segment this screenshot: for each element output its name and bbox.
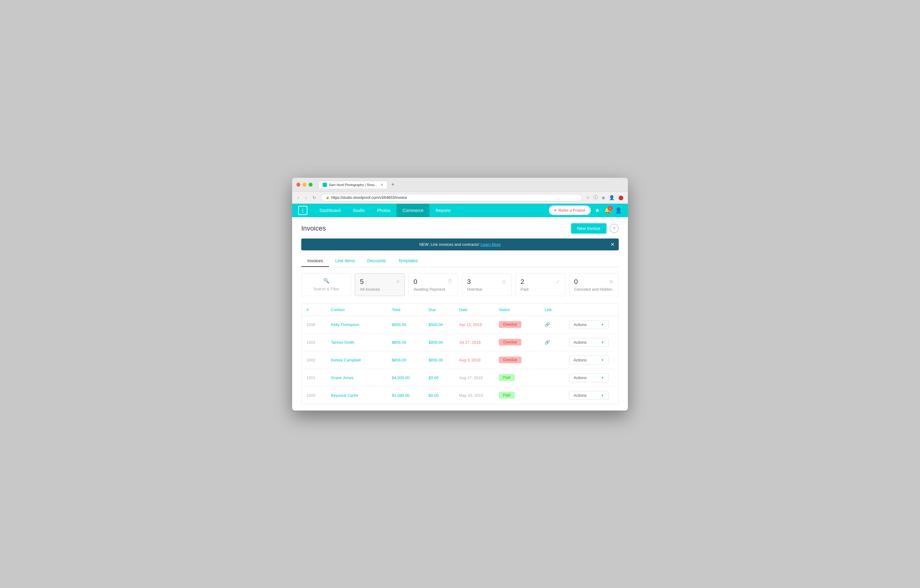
contact-name[interactable]: Grace Jones <box>331 375 392 380</box>
actions-cell: Actions ▼ <box>569 373 615 382</box>
chevron-down-icon: ▼ <box>601 394 604 397</box>
contact-name[interactable]: Kelly Thompson <box>331 322 392 327</box>
status-badge: Overdue <box>499 321 522 328</box>
url-text: https://studio.shootproof.com/v3/64653/i… <box>331 195 407 200</box>
new-tab-button[interactable]: + <box>390 181 396 188</box>
invoice-num: 1003 <box>306 340 331 345</box>
paid-count: 2 <box>520 278 524 286</box>
nav-item-dashboard[interactable]: Dashboard <box>314 204 347 217</box>
col-header-link: Link <box>544 307 569 312</box>
due-date: Aug 3, 2018 <box>459 358 499 362</box>
overdue-label: Overdue <box>467 287 506 292</box>
help-button[interactable]: ? <box>609 224 619 233</box>
refer-button[interactable]: ♥ Refer a Friend <box>549 205 591 215</box>
table-row: 1000 Beyoncé Carter $1,080.00 $0.00 May … <box>301 387 619 404</box>
actions-button[interactable]: Actions ▼ <box>569 338 609 347</box>
contact-name[interactable]: Tanner Smith <box>331 340 392 345</box>
nav-item-commerce[interactable]: Commerce <box>397 204 429 217</box>
invoice-num: 1006 <box>306 322 331 327</box>
notification-icon[interactable]: 🔔 1 <box>604 207 611 214</box>
user-icon[interactable]: 👤 <box>615 207 622 214</box>
page-content: Invoices New Invoice ? NEW: Link invoice… <box>292 217 628 410</box>
extensions-icon[interactable]: ◈ <box>602 195 605 200</box>
maximize-button[interactable] <box>309 183 313 187</box>
table-header: # Contact Total Due Date Status Link <box>301 304 619 316</box>
url-bar[interactable]: 🔒 https://studio.shootproof.com/v3/64653… <box>321 194 582 201</box>
actions-cell: Actions ▼ <box>569 320 615 329</box>
total-amount: $856.00 <box>392 358 429 362</box>
tab-close-icon[interactable]: ✕ <box>380 183 383 187</box>
nav-item-reports[interactable]: Reports <box>429 204 457 217</box>
chevron-down-icon: ▼ <box>601 376 604 380</box>
tab-line-items[interactable]: Line Items <box>329 255 361 267</box>
search-icon: 🔍 <box>323 278 329 284</box>
banner-text: NEW: Link invoices and contracts! <box>419 242 479 247</box>
link-icon[interactable]: 🔗 <box>544 340 550 345</box>
status-cell: Overdue <box>499 339 544 346</box>
tab-templates[interactable]: Templates <box>392 255 424 267</box>
canceled-card-top: 0 ✕ <box>574 278 614 286</box>
due-amount: $500.00 <box>429 322 459 327</box>
actions-button[interactable]: Actions ▼ <box>569 391 609 400</box>
new-invoice-button[interactable]: New Invoice <box>571 223 606 234</box>
bookmark-icon[interactable]: ☆ <box>586 195 590 200</box>
star-icon[interactable]: ★ <box>595 207 600 214</box>
due-amount: $856.00 <box>429 340 459 345</box>
banner-link[interactable]: Learn More <box>481 242 500 247</box>
col-header-contact: Contact <box>331 307 392 312</box>
minimize-button[interactable] <box>303 183 306 187</box>
chevron-down-icon: ▼ <box>601 359 604 362</box>
actions-button[interactable]: Actions ▼ <box>569 355 609 365</box>
canceled-count: 0 <box>574 278 578 286</box>
status-badge: Overdue <box>499 339 522 346</box>
close-red-icon[interactable]: ⬤ <box>619 195 624 200</box>
all-invoices-card-top: 5 ≡ <box>360 278 399 286</box>
page-title: Invoices <box>301 225 326 233</box>
invoice-num: 1002 <box>306 358 331 362</box>
canceled-card[interactable]: 0 ✕ Canceled and Hidden <box>569 273 619 296</box>
link-icon[interactable]: 🔗 <box>544 322 550 327</box>
actions-button[interactable]: Actions ▼ <box>569 373 609 382</box>
search-filter-card[interactable]: 🔍 Search & Filter <box>301 273 351 296</box>
due-date: Apr 13, 2019 <box>459 322 499 327</box>
reload-button[interactable]: ↻ <box>311 195 317 201</box>
contact-name[interactable]: Kelsey Campbell <box>331 358 392 362</box>
tab-bar: Sam Hurd Photography | Shoo... ✕ + <box>319 181 624 189</box>
profile-icon[interactable]: 👤 <box>609 195 615 200</box>
table-row: 1006 Kelly Thompson $500.00 $500.00 Apr … <box>301 316 619 334</box>
status-cell: Paid <box>499 374 544 381</box>
table-row: 1003 Tanner Smith $856.00 $856.00 Jul 27… <box>301 334 619 351</box>
tab-favicon <box>322 183 327 187</box>
col-header-num: # <box>306 307 331 312</box>
link-cell: 🔗 <box>544 322 569 327</box>
nav-item-studio[interactable]: Studio <box>347 204 371 217</box>
due-date: Jul 27, 2018 <box>459 340 499 345</box>
total-amount: $1,080.00 <box>392 393 429 398</box>
overdue-icon: ⚠ <box>502 278 506 285</box>
tab-discounts[interactable]: Discounts <box>361 255 392 267</box>
tab-invoices[interactable]: Invoices <box>301 255 329 267</box>
awaiting-payment-card[interactable]: 0 ⏱ Awaiting Payment <box>408 273 458 296</box>
forward-button[interactable]: › <box>304 195 308 201</box>
paid-card-top: 2 ✓ <box>520 278 560 286</box>
awaiting-label: Awaiting Payment <box>414 287 453 292</box>
close-button[interactable] <box>296 183 300 187</box>
nav-right: ♥ Refer a Friend ★ 🔔 1 👤 <box>549 205 622 215</box>
link-cell: 🔗 <box>544 340 569 345</box>
active-tab[interactable]: Sam Hurd Photography | Shoo... ✕ <box>319 181 387 189</box>
nav-item-photos[interactable]: Photos <box>371 204 397 217</box>
col-header-total: Total <box>392 307 429 312</box>
paid-card[interactable]: 2 ✓ Paid <box>515 273 565 296</box>
info-icon[interactable]: ⓘ <box>593 195 598 200</box>
actions-cell: Actions ▼ <box>569 338 615 347</box>
chevron-down-icon: ▼ <box>601 341 604 344</box>
all-invoices-label: All Invoices <box>360 287 399 292</box>
banner-close-button[interactable]: ✕ <box>611 242 614 247</box>
back-button[interactable]: ‹ <box>296 195 300 201</box>
nav-logo[interactable]: [ <box>298 206 308 215</box>
actions-button[interactable]: Actions ▼ <box>569 320 609 329</box>
contact-name[interactable]: Beyoncé Carter <box>331 393 392 398</box>
all-invoices-card[interactable]: 5 ≡ All Invoices <box>355 273 405 296</box>
table-row: 1002 Kelsey Campbell $856.00 $856.00 Aug… <box>301 351 619 369</box>
overdue-card[interactable]: 3 ⚠ Overdue <box>462 273 512 296</box>
